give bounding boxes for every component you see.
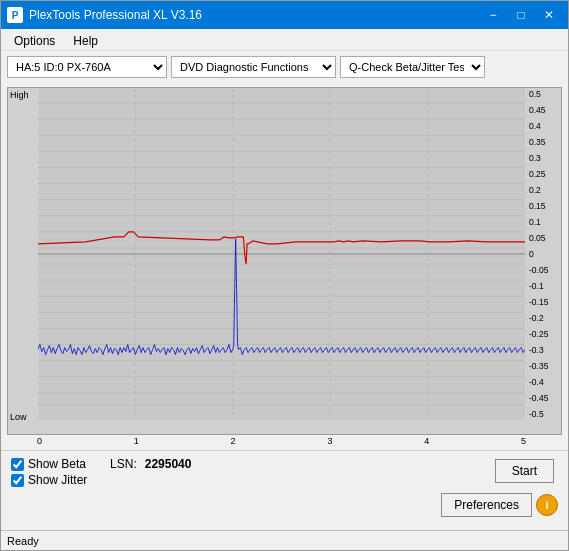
drive-dropdown[interactable]: HA:5 ID:0 PX-760A (7, 56, 167, 78)
maximize-button[interactable]: □ (508, 5, 534, 25)
right-controls: Start (495, 459, 558, 483)
show-jitter-checkbox[interactable] (11, 474, 24, 487)
chart-area: High Low (1, 83, 568, 450)
minimize-button[interactable]: − (480, 5, 506, 25)
info-button[interactable]: i (536, 494, 558, 516)
window-title: PlexTools Professional XL V3.16 (29, 8, 480, 22)
test-dropdown[interactable]: Q-Check Beta/Jitter Test (340, 56, 485, 78)
show-jitter-label: Show Jitter (28, 473, 87, 487)
show-beta-checkbox[interactable] (11, 458, 24, 471)
menu-options[interactable]: Options (5, 31, 64, 48)
show-beta-label: Show Beta (28, 457, 86, 471)
status-bar: Ready (1, 530, 568, 550)
high-label: High (10, 90, 29, 100)
app-icon: P (7, 7, 23, 23)
show-beta-row: Show Beta LSN: 2295040 (11, 457, 191, 471)
start-button[interactable]: Start (495, 459, 554, 483)
x-axis-labels: 0 1 2 3 4 5 (7, 435, 562, 446)
menu-help[interactable]: Help (64, 31, 107, 48)
y-axis-labels: 0.5 0.45 0.4 0.35 0.3 0.25 0.2 0.15 0.1 … (527, 88, 561, 420)
main-window: P PlexTools Professional XL V3.16 − □ ✕ … (0, 0, 569, 551)
function-dropdown[interactable]: DVD Diagnostic Functions (171, 56, 336, 78)
bottom-panel: Show Beta LSN: 2295040 Show Jitter Start… (1, 450, 568, 530)
status-text: Ready (7, 535, 39, 547)
chart-svg (38, 88, 525, 420)
lsn-label: LSN: (110, 457, 137, 471)
title-bar: P PlexTools Professional XL V3.16 − □ ✕ (1, 1, 568, 29)
lsn-value: 2295040 (145, 457, 192, 471)
window-controls: − □ ✕ (480, 5, 562, 25)
close-button[interactable]: ✕ (536, 5, 562, 25)
preferences-button[interactable]: Preferences (441, 493, 532, 517)
low-label: Low (10, 412, 27, 422)
bottom-row2: Preferences i (11, 493, 558, 517)
show-jitter-row: Show Jitter (11, 473, 191, 487)
menubar: Options Help (1, 29, 568, 51)
left-controls: Show Beta LSN: 2295040 Show Jitter (11, 457, 191, 489)
toolbar: HA:5 ID:0 PX-760A DVD Diagnostic Functio… (1, 51, 568, 83)
chart-container: High Low (7, 87, 562, 435)
